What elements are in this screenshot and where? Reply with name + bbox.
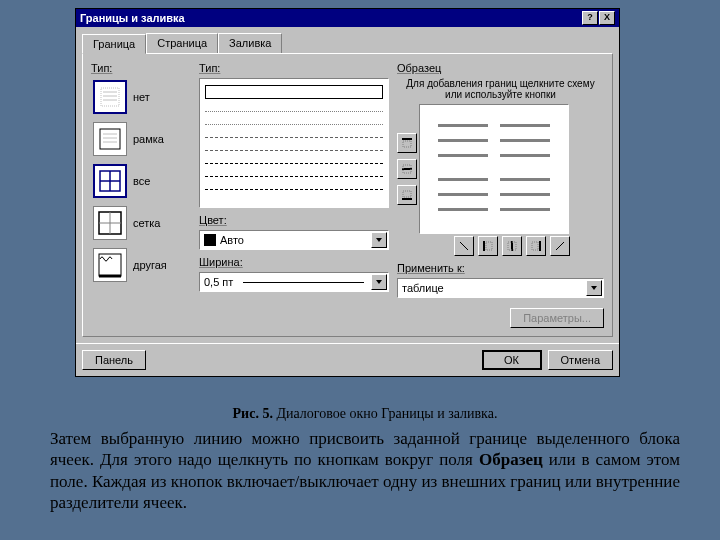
preview-column: Образец Для добавления границ щелкните с… bbox=[397, 62, 604, 328]
dialog-body: Граница Страница Заливка Тип: нет bbox=[76, 27, 619, 343]
color-swatch-icon bbox=[204, 234, 216, 246]
line-style-list[interactable] bbox=[199, 78, 389, 208]
setting-options: нет рамка все bbox=[91, 78, 191, 284]
btn-border-bottom[interactable] bbox=[397, 185, 417, 205]
vertical-border-buttons bbox=[397, 133, 417, 205]
setting-none[interactable]: нет bbox=[91, 78, 191, 116]
width-sample-line bbox=[243, 282, 364, 283]
setting-grid[interactable]: сетка bbox=[91, 204, 191, 242]
tab-border[interactable]: Граница bbox=[82, 34, 146, 54]
color-value: Авто bbox=[220, 234, 244, 246]
width-combo[interactable]: 0,5 пт bbox=[199, 272, 389, 292]
line-style-6[interactable] bbox=[205, 154, 383, 164]
none-icon bbox=[93, 80, 127, 114]
width-value: 0,5 пт bbox=[204, 276, 233, 288]
titlebar-buttons: ? X bbox=[581, 11, 615, 25]
params-row: Параметры... bbox=[397, 308, 604, 328]
setting-box[interactable]: рамка bbox=[91, 120, 191, 158]
setting-all-label: все bbox=[133, 175, 150, 187]
line-style-solid[interactable] bbox=[205, 85, 383, 99]
btn-border-vmid[interactable] bbox=[502, 236, 522, 256]
setting-all[interactable]: все bbox=[91, 162, 191, 200]
width-label: Ширина: bbox=[199, 256, 389, 268]
setting-grid-label: сетка bbox=[133, 217, 160, 229]
svg-line-29 bbox=[556, 242, 564, 250]
body-paragraph: Затем выбранную линию можно присвоить за… bbox=[50, 428, 680, 513]
figure-number: Рис. 5. bbox=[233, 406, 273, 421]
svg-rect-24 bbox=[486, 242, 492, 250]
borders-shading-dialog: Границы и заливка ? X Граница Страница З… bbox=[75, 8, 620, 377]
tab-strip: Граница Страница Заливка bbox=[82, 33, 613, 53]
preview-area bbox=[397, 104, 604, 234]
svg-rect-21 bbox=[403, 191, 411, 197]
dialog-footer: Панель ОК Отмена bbox=[76, 343, 619, 376]
apply-to-label: Применить к: bbox=[397, 262, 604, 274]
preview-heading: Образец bbox=[397, 62, 604, 74]
btn-border-hmid[interactable] bbox=[397, 159, 417, 179]
line-style-8[interactable] bbox=[205, 180, 383, 190]
box-icon bbox=[93, 122, 127, 156]
custom-icon bbox=[93, 248, 127, 282]
toolbar-button[interactable]: Панель bbox=[82, 350, 146, 370]
color-label: Цвет: bbox=[199, 214, 389, 226]
svg-rect-17 bbox=[403, 141, 411, 147]
all-icon bbox=[93, 164, 127, 198]
svg-line-22 bbox=[460, 242, 468, 250]
setting-custom[interactable]: другая bbox=[91, 246, 191, 284]
body-bold: Образец bbox=[479, 450, 543, 469]
ok-button[interactable]: ОК bbox=[482, 350, 542, 370]
line-style-4[interactable] bbox=[205, 128, 383, 138]
help-button[interactable]: ? bbox=[582, 11, 598, 25]
apply-to-value: таблице bbox=[402, 282, 444, 294]
dropdown-arrow-icon bbox=[371, 232, 387, 248]
figure-caption: Рис. 5. Диалоговое окно Границы и заливк… bbox=[50, 406, 680, 422]
titlebar: Границы и заливка ? X bbox=[76, 9, 619, 27]
apply-to-combo[interactable]: таблице bbox=[397, 278, 604, 298]
line-style-7[interactable] bbox=[205, 167, 383, 177]
options-button[interactable]: Параметры... bbox=[510, 308, 604, 328]
dialog-title: Границы и заливка bbox=[80, 12, 185, 24]
setting-box-label: рамка bbox=[133, 133, 164, 145]
btn-border-left[interactable] bbox=[478, 236, 498, 256]
tab-panel-border: Тип: нет рамка bbox=[82, 53, 613, 337]
preview-box[interactable] bbox=[419, 104, 569, 234]
style-column: Тип: Цвет: Авто Ширина: bbox=[199, 62, 389, 328]
dropdown-arrow-icon bbox=[371, 274, 387, 290]
setting-custom-label: другая bbox=[133, 259, 167, 271]
preview-hint: Для добавления границ щелкните схему или… bbox=[397, 78, 604, 100]
cancel-button[interactable]: Отмена bbox=[548, 350, 613, 370]
btn-diag-up[interactable] bbox=[550, 236, 570, 256]
setting-column: Тип: нет рамка bbox=[91, 62, 191, 328]
style-label: Тип: bbox=[199, 62, 389, 74]
tab-page[interactable]: Страница bbox=[146, 33, 218, 53]
grid-icon bbox=[93, 206, 127, 240]
line-style-3[interactable] bbox=[205, 115, 383, 125]
line-style-2[interactable] bbox=[205, 102, 383, 112]
svg-rect-4 bbox=[100, 129, 120, 149]
figure-text: Диалоговое окно Границы и заливка. bbox=[273, 406, 498, 421]
svg-rect-28 bbox=[532, 242, 538, 250]
btn-border-right[interactable] bbox=[526, 236, 546, 256]
dropdown-arrow-icon bbox=[586, 280, 602, 296]
preview-inner bbox=[430, 115, 558, 223]
tab-fill[interactable]: Заливка bbox=[218, 33, 282, 53]
line-style-5[interactable] bbox=[205, 141, 383, 151]
close-button[interactable]: X bbox=[599, 11, 615, 25]
footer-right: ОК Отмена bbox=[482, 350, 613, 370]
color-combo[interactable]: Авто bbox=[199, 230, 389, 250]
horizontal-border-buttons bbox=[419, 236, 604, 256]
setting-none-label: нет bbox=[133, 91, 150, 103]
btn-diag-down[interactable] bbox=[454, 236, 474, 256]
setting-label: Тип: bbox=[91, 62, 191, 74]
svg-rect-0 bbox=[101, 88, 119, 106]
btn-border-top[interactable] bbox=[397, 133, 417, 153]
